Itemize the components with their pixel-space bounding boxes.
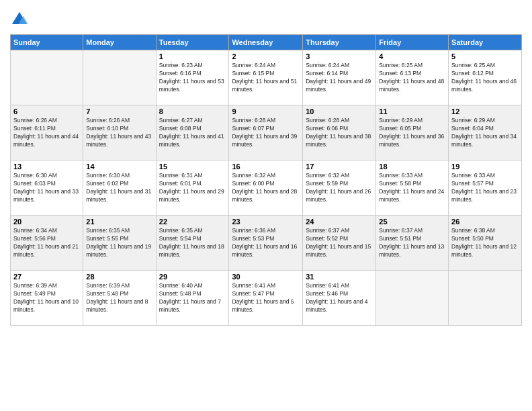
day-info: Sunrise: 6:40 AMSunset: 5:48 PMDaylight:… [159,282,226,314]
calendar-table: SundayMondayTuesdayWednesdayThursdayFrid… [10,34,522,326]
day-info: Sunrise: 6:32 AMSunset: 5:59 PMDaylight:… [306,172,373,204]
day-number: 31 [306,273,373,281]
calendar-week-row: 1Sunrise: 6:23 AMSunset: 6:16 PMDaylight… [11,50,522,105]
day-cell: 6Sunrise: 6:26 AMSunset: 6:11 PMDaylight… [11,105,83,161]
day-cell: 21Sunrise: 6:35 AMSunset: 5:55 PMDayligh… [83,216,156,271]
day-cell: 18Sunrise: 6:33 AMSunset: 5:58 PMDayligh… [376,161,449,216]
calendar-week-row: 20Sunrise: 6:34 AMSunset: 5:56 PMDayligh… [11,216,522,271]
empty-day-cell [83,50,156,105]
day-number: 24 [306,218,373,226]
day-cell: 24Sunrise: 6:37 AMSunset: 5:52 PMDayligh… [303,216,376,271]
day-number: 26 [451,218,519,226]
day-cell: 3Sunrise: 6:24 AMSunset: 6:14 PMDaylight… [303,50,376,105]
day-info: Sunrise: 6:35 AMSunset: 5:54 PMDaylight:… [159,227,226,259]
day-cell: 7Sunrise: 6:26 AMSunset: 6:10 PMDaylight… [83,105,156,161]
day-info: Sunrise: 6:39 AMSunset: 5:48 PMDaylight:… [86,282,152,314]
day-number: 3 [306,52,373,60]
day-info: Sunrise: 6:24 AMSunset: 6:15 PMDaylight:… [232,62,300,94]
day-number: 20 [13,218,80,226]
day-info: Sunrise: 6:29 AMSunset: 6:04 PMDaylight:… [451,117,519,149]
day-cell: 22Sunrise: 6:35 AMSunset: 5:54 PMDayligh… [156,216,229,271]
day-cell: 28Sunrise: 6:39 AMSunset: 5:48 PMDayligh… [83,271,156,326]
day-info: Sunrise: 6:28 AMSunset: 6:07 PMDaylight:… [232,117,300,149]
day-info: Sunrise: 6:37 AMSunset: 5:51 PMDaylight:… [379,227,445,259]
day-info: Sunrise: 6:41 AMSunset: 5:47 PMDaylight:… [232,282,300,314]
calendar-week-row: 6Sunrise: 6:26 AMSunset: 6:11 PMDaylight… [11,105,522,161]
day-info: Sunrise: 6:29 AMSunset: 6:05 PMDaylight:… [379,117,445,149]
day-number: 18 [379,163,445,171]
day-number: 23 [232,218,300,226]
day-number: 13 [13,163,80,171]
day-number: 16 [232,163,300,171]
day-info: Sunrise: 6:38 AMSunset: 5:50 PMDaylight:… [451,227,519,259]
calendar-week-row: 13Sunrise: 6:30 AMSunset: 6:03 PMDayligh… [11,161,522,216]
day-number: 21 [86,218,152,226]
day-number: 4 [379,52,445,60]
empty-day-cell [11,50,83,105]
day-info: Sunrise: 6:33 AMSunset: 5:57 PMDaylight:… [451,172,519,204]
day-info: Sunrise: 6:33 AMSunset: 5:58 PMDaylight:… [379,172,445,204]
day-cell: 2Sunrise: 6:24 AMSunset: 6:15 PMDaylight… [229,50,303,105]
day-cell: 19Sunrise: 6:33 AMSunset: 5:57 PMDayligh… [449,161,522,216]
day-number: 28 [86,273,152,281]
day-info: Sunrise: 6:36 AMSunset: 5:53 PMDaylight:… [232,227,300,259]
day-number: 5 [451,52,519,60]
weekday-header: Wednesday [229,35,303,50]
day-number: 1 [159,52,226,60]
day-info: Sunrise: 6:28 AMSunset: 6:06 PMDaylight:… [306,117,373,149]
calendar-week-row: 27Sunrise: 6:39 AMSunset: 5:49 PMDayligh… [11,271,522,326]
day-number: 29 [159,273,226,281]
day-cell: 27Sunrise: 6:39 AMSunset: 5:49 PMDayligh… [11,271,83,326]
day-number: 30 [232,273,300,281]
day-cell: 29Sunrise: 6:40 AMSunset: 5:48 PMDayligh… [156,271,229,326]
logo-icon [10,10,29,29]
day-cell: 20Sunrise: 6:34 AMSunset: 5:56 PMDayligh… [11,216,83,271]
day-info: Sunrise: 6:41 AMSunset: 5:46 PMDaylight:… [306,282,373,314]
day-info: Sunrise: 6:34 AMSunset: 5:56 PMDaylight:… [13,227,80,259]
day-number: 9 [232,107,300,116]
day-info: Sunrise: 6:26 AMSunset: 6:11 PMDaylight:… [13,117,80,149]
calendar-header-row: SundayMondayTuesdayWednesdayThursdayFrid… [11,35,522,50]
weekday-header: Thursday [303,35,376,50]
day-info: Sunrise: 6:26 AMSunset: 6:10 PMDaylight:… [86,117,152,149]
weekday-header: Saturday [449,35,522,50]
day-cell: 12Sunrise: 6:29 AMSunset: 6:04 PMDayligh… [449,105,522,161]
day-cell: 16Sunrise: 6:32 AMSunset: 6:00 PMDayligh… [229,161,303,216]
empty-day-cell [376,271,449,326]
day-cell: 25Sunrise: 6:37 AMSunset: 5:51 PMDayligh… [376,216,449,271]
day-info: Sunrise: 6:25 AMSunset: 6:12 PMDaylight:… [451,62,519,94]
day-cell: 30Sunrise: 6:41 AMSunset: 5:47 PMDayligh… [229,271,303,326]
day-cell: 13Sunrise: 6:30 AMSunset: 6:03 PMDayligh… [11,161,83,216]
day-info: Sunrise: 6:23 AMSunset: 6:16 PMDaylight:… [159,62,226,94]
day-info: Sunrise: 6:30 AMSunset: 6:02 PMDaylight:… [86,172,152,204]
empty-day-cell [449,271,522,326]
page: SundayMondayTuesdayWednesdayThursdayFrid… [0,0,532,411]
day-info: Sunrise: 6:32 AMSunset: 6:00 PMDaylight:… [232,172,300,204]
weekday-header: Friday [376,35,449,50]
day-info: Sunrise: 6:31 AMSunset: 6:01 PMDaylight:… [159,172,226,204]
day-cell: 31Sunrise: 6:41 AMSunset: 5:46 PMDayligh… [303,271,376,326]
day-number: 19 [451,163,519,171]
day-number: 17 [306,163,373,171]
day-info: Sunrise: 6:39 AMSunset: 5:49 PMDaylight:… [13,282,80,314]
day-info: Sunrise: 6:25 AMSunset: 6:13 PMDaylight:… [379,62,445,94]
day-cell: 23Sunrise: 6:36 AMSunset: 5:53 PMDayligh… [229,216,303,271]
day-cell: 17Sunrise: 6:32 AMSunset: 5:59 PMDayligh… [303,161,376,216]
day-number: 27 [13,273,80,281]
day-number: 15 [159,163,226,171]
day-number: 2 [232,52,300,60]
day-number: 25 [379,218,445,226]
weekday-header: Tuesday [156,35,229,50]
day-cell: 14Sunrise: 6:30 AMSunset: 6:02 PMDayligh… [83,161,156,216]
weekday-header: Monday [83,35,156,50]
logo [10,10,32,29]
day-info: Sunrise: 6:35 AMSunset: 5:55 PMDaylight:… [86,227,152,259]
day-number: 10 [306,107,373,116]
day-cell: 5Sunrise: 6:25 AMSunset: 6:12 PMDaylight… [449,50,522,105]
day-cell: 1Sunrise: 6:23 AMSunset: 6:16 PMDaylight… [156,50,229,105]
day-info: Sunrise: 6:27 AMSunset: 6:08 PMDaylight:… [159,117,226,149]
day-number: 22 [159,218,226,226]
weekday-header: Sunday [11,35,83,50]
day-info: Sunrise: 6:37 AMSunset: 5:52 PMDaylight:… [306,227,373,259]
day-number: 12 [451,107,519,116]
